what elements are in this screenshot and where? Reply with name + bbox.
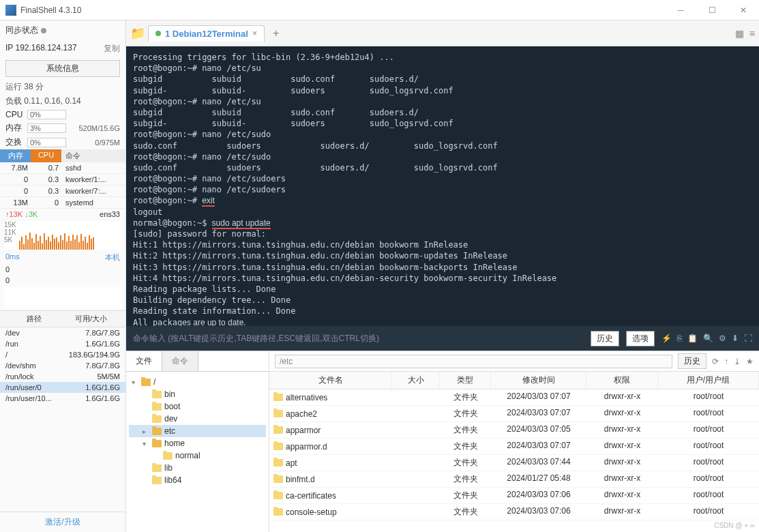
grid-view-icon[interactable]: ▦ <box>735 28 744 39</box>
refresh-icon[interactable]: ⟳ <box>712 357 719 366</box>
net-up: ↑13K <box>5 210 23 218</box>
sync-status: 同步状态 <box>0 20 125 40</box>
tab-label: 1 Debian12Terminal <box>165 29 248 39</box>
file-row[interactable]: alternatives文件夹2024/03/03 07:07drwxr-xr-… <box>269 389 759 406</box>
close-button[interactable]: ✕ <box>733 5 754 15</box>
file-row[interactable]: apt文件夹2024/03/03 07:44drwxr-xr-xroot/roo… <box>269 455 759 471</box>
minimize-button[interactable]: ─ <box>670 5 691 15</box>
file-row[interactable]: binfmt.d文件夹2024/01/27 05:48drwxr-xr-xroo… <box>269 471 759 488</box>
disk-row[interactable]: /run1.6G/1.6G <box>0 338 125 349</box>
process-row[interactable]: 7.8M0.7sshd <box>0 162 125 174</box>
file-row[interactable]: apparmor.d文件夹2024/03/03 07:07drwxr-xr-xr… <box>269 439 759 455</box>
tree-item[interactable]: bin <box>129 388 266 400</box>
file-header-user[interactable]: 用户/用户组 <box>658 372 759 389</box>
system-info-button[interactable]: 系统信息 <box>5 60 120 77</box>
activate-button[interactable]: 激活/升级 <box>0 512 125 532</box>
tree-item[interactable]: lib64 <box>129 474 266 486</box>
load: 负载 0.11, 0.16, 0.14 <box>0 94 125 108</box>
folder-icon <box>152 440 162 447</box>
folder-icon <box>273 410 283 417</box>
ip-value: 192.168.124.137 <box>15 43 76 53</box>
process-row[interactable]: 00.3kworker/1:... <box>0 174 125 186</box>
maximize-button[interactable]: ☐ <box>702 5 722 15</box>
file-headers: 文件名 大小 类型 修改时间 权限 用户/用户组 <box>269 372 759 389</box>
file-row[interactable]: ca-certificates文件夹2024/03/03 07:06drwxr-… <box>269 488 759 504</box>
ip-row: IP 192.168.124.137 复制 <box>0 40 125 57</box>
terminal[interactable]: Processing triggers for libc-bin (2.36-9… <box>126 46 759 326</box>
tree-item[interactable]: ▾home <box>129 437 266 449</box>
folder-icon <box>273 492 283 499</box>
history-button[interactable]: 历史 <box>591 331 619 346</box>
file-header-perm[interactable]: 权限 <box>586 372 658 389</box>
options-button[interactable]: 选项 <box>626 331 655 346</box>
proc-header-mem[interactable]: 内存 <box>0 149 31 162</box>
folder-icon <box>273 508 283 516</box>
disk-row[interactable]: /dev/shm7.8G/7.8G <box>0 360 125 371</box>
folder-icon[interactable]: 📁 <box>130 26 145 41</box>
uptime: 运行 38 分 <box>0 80 125 94</box>
disk-header-size[interactable]: 可用/大小 <box>62 314 120 324</box>
tree-item[interactable]: dev <box>129 413 266 425</box>
disk-row[interactable]: /run/user/01.6G/1.6G <box>0 382 125 393</box>
tree-item[interactable]: normal <box>129 449 266 462</box>
file-header-size[interactable]: 大小 <box>392 372 440 389</box>
sync-label: 同步状态 <box>5 25 38 36</box>
proc-header-cmd[interactable]: 命令 <box>61 149 125 162</box>
search-icon[interactable]: 🔍 <box>703 334 713 343</box>
latency-host: 本机 <box>105 252 120 263</box>
tree-item[interactable]: ▸etc <box>129 425 266 437</box>
folder-icon <box>152 391 162 398</box>
copy-button[interactable]: 复制 <box>104 43 120 55</box>
process-row[interactable]: 13M0systemd <box>0 197 125 209</box>
folder-icon <box>273 459 283 467</box>
disk-row[interactable]: /183.6G/194.9G <box>0 349 125 360</box>
file-header-name[interactable]: 文件名 <box>269 372 392 389</box>
tree-item[interactable]: ▾/ <box>129 376 266 388</box>
upload-icon[interactable]: ⤓ <box>734 357 741 366</box>
up-icon[interactable]: ↑ <box>724 357 728 366</box>
folder-icon <box>273 394 283 401</box>
file-header-type[interactable]: 类型 <box>440 372 491 389</box>
paste-icon[interactable]: 📋 <box>687 334 698 343</box>
process-row[interactable]: 00.3kworker/7:... <box>0 186 125 197</box>
tree-item[interactable]: boot <box>129 400 266 413</box>
disk-header-path[interactable]: 路径 <box>5 314 62 324</box>
file-header-mod[interactable]: 修改时间 <box>491 372 586 389</box>
settings-icon[interactable]: ⚙ <box>719 334 726 343</box>
file-row[interactable]: apache2文件夹2024/03/03 07:07drwxr-xr-xroot… <box>269 406 759 422</box>
folder-icon <box>273 475 283 483</box>
net-down: ↓3K <box>25 210 38 218</box>
tab-bar: 📁 1 Debian12Terminal × + ▦ ≡ <box>126 20 759 46</box>
resource-row: CPU0% <box>0 108 125 121</box>
directory-tree[interactable]: ▾/binbootdev▸etc▾homenormalliblib64 <box>126 372 269 532</box>
path-history-button[interactable]: 历史 <box>678 353 706 369</box>
bolt-icon[interactable]: ⚡ <box>661 334 672 343</box>
expand-icon[interactable]: ⛶ <box>744 334 752 343</box>
network-graph: 15K11K5K <box>4 221 121 250</box>
tab-files[interactable]: 文件 <box>126 351 162 371</box>
disk-row[interactable]: /dev7.8G/7.8G <box>0 327 125 338</box>
sync-dot-icon <box>41 28 46 33</box>
bookmark-icon[interactable]: ★ <box>746 357 754 366</box>
latency-row: 0ms 本机 <box>0 251 125 264</box>
new-tab-button[interactable]: + <box>267 25 284 42</box>
file-row[interactable]: console-setup文件夹2024/03/03 07:06drwxr-xr… <box>269 504 759 520</box>
tab-commands[interactable]: 命令 <box>162 351 198 371</box>
ip-label: IP <box>5 43 13 53</box>
copy-icon[interactable]: ⎘ <box>677 334 682 343</box>
tab-close-icon[interactable]: × <box>252 29 257 38</box>
tab-terminal[interactable]: 1 Debian12Terminal × <box>148 25 265 42</box>
disk-row[interactable]: /run/lock5M/5M <box>0 371 125 382</box>
folder-icon <box>152 464 162 472</box>
folder-icon <box>152 415 162 423</box>
command-hint[interactable]: 命令输入 (按ALT键提示历史,TAB键路径,ESC键返回,双击CTRL切换) <box>133 333 584 344</box>
disk-row[interactable]: /run/user/10...1.6G/1.6G <box>0 393 125 404</box>
folder-icon <box>273 443 283 450</box>
download-icon[interactable]: ⬇ <box>732 334 739 343</box>
path-input[interactable] <box>275 355 672 368</box>
file-row[interactable]: apparmor文件夹2024/03/03 07:05drwxr-xr-xroo… <box>269 422 759 439</box>
tree-item[interactable]: lib <box>129 462 266 474</box>
resource-row: 交换0%0/975M <box>0 135 125 149</box>
list-view-icon[interactable]: ≡ <box>749 28 755 39</box>
proc-header-cpu[interactable]: CPU <box>31 149 61 162</box>
